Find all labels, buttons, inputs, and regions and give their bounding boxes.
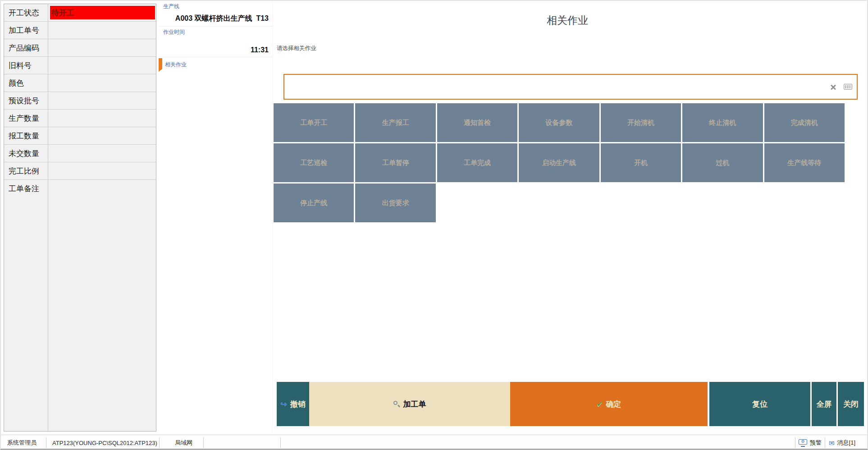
message-button[interactable]: ✉ 消息[1] (829, 435, 855, 450)
sidebar-row: 旧料号 (4, 57, 156, 74)
fullscreen-label: 全屏 (817, 399, 832, 409)
field-value (48, 92, 156, 109)
close-button[interactable]: 关闭 (838, 382, 864, 426)
action-button[interactable]: 生产线等待 (764, 143, 845, 182)
field-label: 作业时间 (159, 27, 272, 36)
field-value (48, 145, 156, 162)
sidebar-row: 完工比例 (4, 162, 156, 180)
close-label: 关闭 (843, 399, 859, 409)
undo-button[interactable]: ↪ 撤销 (277, 382, 309, 426)
action-button[interactable]: 生产报工 (355, 103, 435, 142)
action-button[interactable]: 工艺巡检 (274, 143, 354, 182)
divider (825, 437, 825, 448)
field-value: A003 双螺杆挤出生产线 T13 (159, 10, 272, 26)
reset-label: 复位 (752, 399, 767, 409)
field-value (48, 39, 156, 56)
field-label: 加工单号 (4, 22, 48, 39)
field-label: 生产数量 (4, 110, 48, 127)
work-order-label: 加工单 (403, 399, 426, 409)
action-button[interactable]: 出货要求 (355, 184, 435, 222)
field-label: 旧料号 (4, 57, 48, 74)
undo-label: 撤销 (290, 399, 306, 409)
sidebar-row: 开工状态待开工 (4, 4, 156, 22)
field-value (48, 74, 156, 92)
action-button[interactable]: 开机 (601, 143, 681, 182)
confirm-label: 确定 (606, 399, 621, 409)
work-order-button[interactable]: 加工单 (309, 382, 510, 426)
sidebar-table: 开工状态待开工加工单号产品编码旧料号颜色预设批号生产数量报工数量未交数量完工比例… (4, 4, 156, 432)
undo-icon: ↪ (280, 399, 287, 409)
field-value (48, 22, 156, 39)
divider (159, 437, 160, 448)
status-database: ATP123(YOUNG-PC\SQL2012:ATP123) (52, 435, 157, 450)
field-value (48, 127, 156, 144)
magnifier-icon (393, 401, 400, 408)
hint-text: 请选择相关作业 (277, 45, 316, 52)
sidebar-row: 产品编码 (4, 39, 156, 57)
reset-button[interactable]: 复位 (709, 382, 810, 426)
field-production-line: 生产线 A003 双螺杆挤出生产线 T13 (159, 1, 272, 27)
clear-icon[interactable] (830, 83, 837, 91)
divider (46, 437, 46, 448)
action-button[interactable]: 通知首检 (437, 103, 517, 142)
action-button[interactable]: 启动生产线 (519, 143, 599, 182)
field-value (48, 57, 156, 74)
info-panel: 生产线 A003 双螺杆挤出生产线 T13 作业时间 11:31 相关作业 (159, 1, 272, 434)
action-button[interactable]: 设备参数 (519, 103, 599, 142)
field-work-time: 作业时间 11:31 (159, 27, 272, 57)
field-label: 完工比例 (4, 162, 48, 179)
field-label: 预设批号 (4, 92, 48, 109)
action-button[interactable]: 开始清机 (601, 103, 681, 142)
envelope-icon: ✉ (829, 440, 835, 446)
status-user: 系统管理员 (7, 435, 37, 450)
field-label: 开工状态 (4, 4, 48, 21)
message-label: 消息[1] (837, 439, 855, 447)
field-label: 颜色 (4, 74, 48, 92)
sidebar-row: 生产数量 (4, 110, 156, 127)
confirm-button[interactable]: ✔ 确定 (510, 382, 708, 426)
sidebar-row: 工单备注 (4, 180, 156, 431)
action-button[interactable]: 过机 (682, 143, 763, 182)
action-button[interactable]: 终止清机 (682, 103, 763, 142)
action-grid: 工单开工生产报工通知首检设备参数开始清机终止清机完成清机工艺巡检工单暂停工单完成… (274, 103, 845, 222)
keyboard-icon[interactable] (844, 84, 852, 90)
nav-item-label: 相关作业 (165, 61, 187, 69)
page-title: 相关作业 (272, 14, 863, 28)
field-label: 报工数量 (4, 127, 48, 144)
alert-button[interactable]: ⚙ 预警 (799, 435, 822, 450)
field-label: 生产线 (159, 1, 272, 10)
divider (203, 437, 204, 448)
status-network: 局域网 (175, 435, 192, 450)
action-button[interactable]: 工单开工 (274, 103, 354, 142)
field-value (48, 180, 156, 431)
divider (280, 437, 281, 448)
search-input[interactable] (287, 77, 816, 97)
nav-item-related-jobs[interactable]: 相关作业 (159, 57, 272, 72)
field-label: 产品编码 (4, 39, 48, 56)
alert-label: 预警 (810, 439, 822, 447)
sidebar-row: 加工单号 (4, 22, 156, 39)
field-label: 未交数量 (4, 145, 48, 162)
field-value: 待开工 (48, 4, 156, 21)
field-value (48, 162, 156, 179)
status-badge: 待开工 (50, 6, 155, 19)
search-box (283, 74, 858, 100)
action-button[interactable]: 工单暂停 (355, 143, 435, 182)
sidebar-row: 预设批号 (4, 92, 156, 110)
field-value (48, 110, 156, 127)
fullscreen-button[interactable]: 全屏 (812, 382, 836, 426)
sidebar-row: 未交数量 (4, 145, 156, 162)
divider (795, 437, 795, 448)
selected-marker-icon (159, 58, 162, 69)
field-value: 11:31 (159, 36, 272, 57)
status-bar: 系统管理员 ATP123(YOUNG-PC\SQL2012:ATP123) 局域… (1, 435, 867, 450)
alert-monitor-icon: ⚙ (799, 439, 807, 447)
sidebar-row: 颜色 (4, 74, 156, 92)
action-button[interactable]: 完成清机 (764, 103, 845, 142)
app-window: 开工状态待开工加工单号产品编码旧料号颜色预设批号生产数量报工数量未交数量完工比例… (0, 0, 868, 450)
action-button[interactable]: 停止产线 (274, 184, 354, 222)
panel-divider (272, 1, 273, 434)
action-button[interactable]: 工单完成 (437, 143, 517, 182)
sidebar-row: 报工数量 (4, 127, 156, 145)
check-icon: ✔ (597, 400, 603, 409)
